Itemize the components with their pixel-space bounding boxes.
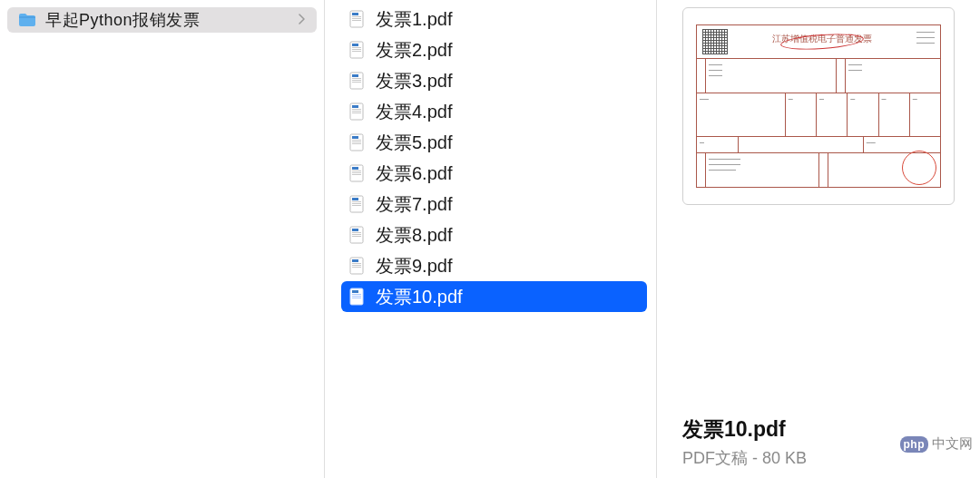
svg-rect-47 xyxy=(352,294,361,295)
preview-kind: PDF文稿 xyxy=(682,449,748,467)
chevron-right-icon xyxy=(299,12,306,28)
file-name-label: 发票2.pdf xyxy=(376,38,452,63)
file-row[interactable]: 发票10.pdf xyxy=(341,281,647,312)
file-row[interactable]: 发票9.pdf xyxy=(341,250,647,281)
file-name-label: 发票6.pdf xyxy=(376,161,452,186)
file-name-label: 发票8.pdf xyxy=(376,223,452,248)
preview-thumbnail[interactable]: 江苏增值税电子普通发票 ———————————— ————————— —————… xyxy=(682,7,955,205)
svg-rect-17 xyxy=(352,109,361,110)
pdf-file-icon xyxy=(348,102,365,121)
invoice-preview-image: 江苏增值税电子普通发票 ———————————— ————————— —————… xyxy=(696,24,941,188)
svg-rect-28 xyxy=(352,172,361,173)
sidebar: 早起Python报销发票 xyxy=(0,0,325,478)
svg-rect-7 xyxy=(352,47,361,48)
svg-rect-3 xyxy=(352,18,361,19)
invoice-meta: ———————————— xyxy=(916,29,935,54)
file-row[interactable]: 发票6.pdf xyxy=(341,158,647,189)
file-name-label: 发票9.pdf xyxy=(376,254,452,278)
svg-rect-24 xyxy=(352,143,361,144)
watermark: php 中文网 xyxy=(900,435,974,453)
php-badge-icon: php xyxy=(900,436,929,453)
svg-rect-32 xyxy=(352,201,361,202)
svg-rect-38 xyxy=(352,234,361,235)
svg-rect-18 xyxy=(352,111,361,112)
file-name-label: 发票10.pdf xyxy=(376,285,463,309)
pdf-file-icon xyxy=(348,288,365,306)
file-row[interactable]: 发票1.pdf xyxy=(341,4,647,34)
seal-stamp-icon xyxy=(902,151,936,185)
file-row[interactable]: 发票3.pdf xyxy=(341,65,647,96)
file-list: 发票1.pdf 发票2.pdf 发票3.pdf 发票4.pdf 发票5.pdf … xyxy=(325,4,656,312)
svg-rect-14 xyxy=(352,82,361,83)
invoice-title: 江苏增值税电子普通发票 xyxy=(728,29,916,54)
pdf-file-icon xyxy=(348,41,365,59)
watermark-text: 中文网 xyxy=(932,435,973,453)
svg-rect-42 xyxy=(352,263,361,264)
sidebar-item-label: 早起Python报销发票 xyxy=(45,9,299,31)
file-name-label: 发票7.pdf xyxy=(376,192,452,217)
svg-rect-1 xyxy=(352,13,358,15)
file-row[interactable]: 发票2.pdf xyxy=(341,34,647,65)
svg-rect-11 xyxy=(352,74,358,77)
svg-rect-8 xyxy=(352,49,361,50)
pdf-file-icon xyxy=(348,10,365,28)
svg-rect-29 xyxy=(352,174,361,175)
svg-rect-21 xyxy=(352,136,358,139)
folder-icon xyxy=(18,13,36,27)
svg-rect-22 xyxy=(352,140,361,141)
svg-rect-49 xyxy=(352,298,361,298)
svg-rect-36 xyxy=(352,229,358,231)
pdf-file-icon xyxy=(348,195,365,213)
pdf-file-icon xyxy=(348,226,365,244)
preview-size: 80 KB xyxy=(762,449,807,467)
svg-rect-6 xyxy=(352,44,358,46)
svg-rect-27 xyxy=(352,171,361,171)
svg-rect-39 xyxy=(352,236,361,237)
file-row[interactable]: 发票8.pdf xyxy=(341,219,647,250)
svg-rect-43 xyxy=(352,265,361,266)
svg-rect-31 xyxy=(352,198,358,200)
file-row[interactable]: 发票4.pdf xyxy=(341,96,647,127)
svg-rect-2 xyxy=(352,16,361,17)
svg-rect-26 xyxy=(352,167,358,170)
svg-rect-9 xyxy=(352,51,361,52)
preview-column: 江苏增值税电子普通发票 ———————————— ————————— —————… xyxy=(657,0,980,478)
svg-rect-46 xyxy=(352,290,358,293)
file-row[interactable]: 发票7.pdf xyxy=(341,189,647,219)
pdf-file-icon xyxy=(348,72,365,90)
svg-rect-33 xyxy=(352,203,361,204)
svg-rect-16 xyxy=(352,105,358,108)
file-list-column: 发票1.pdf 发票2.pdf 发票3.pdf 发票4.pdf 发票5.pdf … xyxy=(325,0,657,478)
pdf-file-icon xyxy=(348,164,365,182)
svg-rect-12 xyxy=(352,78,361,79)
pdf-file-icon xyxy=(348,257,365,275)
svg-rect-44 xyxy=(352,267,361,268)
svg-rect-37 xyxy=(352,232,361,233)
file-name-label: 发票4.pdf xyxy=(376,100,452,124)
qr-code-icon xyxy=(702,29,728,54)
file-name-label: 发票3.pdf xyxy=(376,69,452,93)
svg-rect-23 xyxy=(352,141,361,142)
svg-rect-34 xyxy=(352,205,361,206)
sidebar-item-folder[interactable]: 早起Python报销发票 xyxy=(7,7,317,33)
file-name-label: 发票1.pdf xyxy=(376,7,452,32)
pdf-file-icon xyxy=(348,133,365,151)
svg-rect-4 xyxy=(352,20,361,21)
svg-rect-48 xyxy=(352,296,361,297)
svg-rect-41 xyxy=(352,259,358,262)
file-name-label: 发票5.pdf xyxy=(376,131,452,155)
file-row[interactable]: 发票5.pdf xyxy=(341,127,647,158)
svg-rect-19 xyxy=(352,112,361,113)
svg-rect-13 xyxy=(352,80,361,81)
